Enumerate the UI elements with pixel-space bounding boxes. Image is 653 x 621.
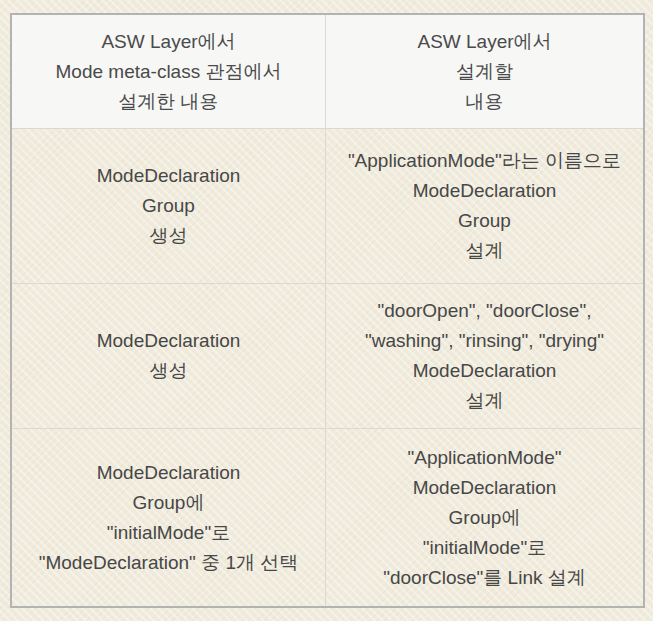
header-cell-content-to-design: ASW Layer에서 설계할 내용 xyxy=(326,15,643,129)
design-comparison-table: ASW Layer에서 Mode meta-class 관점에서 설계한 내용 … xyxy=(10,13,645,608)
page-background: ASW Layer에서 Mode meta-class 관점에서 설계한 내용 … xyxy=(0,0,653,621)
table-cell-row1-right: "ApplicationMode"라는 이름으로 ModeDeclaration… xyxy=(326,129,643,284)
table-cell-row2-right: "doorOpen", "doorClose", "washing", "rin… xyxy=(326,284,643,429)
table-cell-row3-left: ModeDeclaration Group에 "initialMode"로 "M… xyxy=(12,429,326,606)
header-cell-designed-content: ASW Layer에서 Mode meta-class 관점에서 설계한 내용 xyxy=(12,15,326,129)
table-cell-row1-left: ModeDeclaration Group 생성 xyxy=(12,129,326,284)
table-cell-row2-left: ModeDeclaration 생성 xyxy=(12,284,326,429)
table-cell-row3-right: "ApplicationMode" ModeDeclaration Group에… xyxy=(326,429,643,606)
